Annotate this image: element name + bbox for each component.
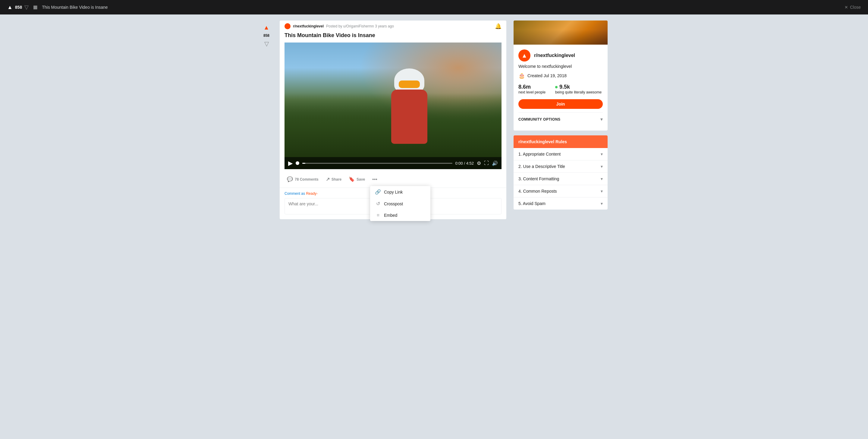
notification-bell-icon[interactable]: 🔔 — [495, 23, 501, 30]
members-label: next level people — [518, 90, 546, 94]
close-label: Close — [850, 5, 861, 10]
subreddit-dot — [284, 23, 290, 29]
share-button[interactable]: ↗ Share — [323, 175, 344, 184]
community-info: ▲ r/nextfuckinglevel Welcome to nextfuck… — [514, 45, 608, 130]
sidebar: ▲ r/nextfuckinglevel Welcome to nextfuck… — [514, 21, 608, 219]
subreddit-name[interactable]: r/nextfuckinglevel — [293, 24, 324, 28]
rules-title: r/nextfuckinglevel Rules — [518, 139, 567, 144]
community-description: Welcome to nextfuckinglevel — [518, 64, 603, 69]
topbar-vote-count: 858 — [15, 5, 22, 10]
banner-crowd — [514, 30, 608, 45]
post-title: This Mountain Bike Video is Insane — [280, 32, 506, 42]
video-controls: ▶ 0:00 / 4:52 ⚙ ⛶ 🔊 — [284, 157, 501, 169]
rule-1-text: 1. Appropriate Content — [518, 152, 561, 156]
upvote-button[interactable]: ▲ — [262, 23, 271, 32]
rule-item-5[interactable]: 5. Avoid Spam ▾ — [514, 198, 608, 209]
share-label: Share — [332, 177, 341, 181]
rules-card: r/nextfuckinglevel Rules 1. Appropriate … — [514, 136, 608, 209]
rule-4-text: 4. Common Reposts — [518, 189, 557, 194]
online-count-row: 9.5k — [555, 84, 601, 90]
topbar-upvote-icon[interactable]: ▲ — [7, 4, 13, 10]
topbar-post-title: This Mountain Bike Video is Insane — [42, 5, 107, 10]
community-card: ▲ r/nextfuckinglevel Welcome to nextfuck… — [514, 21, 608, 130]
helmet-visor — [399, 81, 420, 88]
topbar-close-button[interactable]: ✕ Close — [844, 5, 861, 10]
share-icon: ↗ — [326, 176, 330, 182]
community-arrow-icon: ▲ — [518, 50, 530, 61]
crosspost-label: Crosspost — [384, 201, 403, 206]
community-stats: 8.6m next level people 9.5k being quite … — [518, 84, 603, 94]
community-created: 🎂 Created Jul 19, 2018 — [518, 72, 603, 79]
post-header-left: r/nextfuckinglevel Posted by u/OrigamiFi… — [284, 23, 394, 29]
fullscreen-button[interactable]: ⛶ — [484, 160, 489, 166]
crosspost-icon: ↺ — [375, 201, 381, 207]
options-label: COMMUNITY OPTIONS — [518, 117, 561, 121]
time-ago: 3 years ago — [375, 24, 394, 28]
post-actions: 💬 78 Comments ↗ Share 🔖 Save ••• 🔗 Copy … — [280, 173, 506, 187]
save-icon: 🔖 — [349, 176, 355, 182]
play-button[interactable]: ▶ — [288, 159, 293, 167]
progress-fill — [302, 163, 305, 164]
rule-item-4[interactable]: 4. Common Reposts ▾ — [514, 185, 608, 198]
online-stat: 9.5k being quite literally awesome — [555, 84, 601, 94]
post-meta: Posted by u/OrigamiFishermn 3 years ago — [326, 24, 394, 28]
posted-by-label: Posted by u/OrigamiFishermn — [326, 24, 374, 28]
embed-icon: ⌗ — [375, 212, 381, 218]
online-dot — [555, 86, 558, 88]
time-separator: / — [464, 161, 466, 166]
rule-item-1[interactable]: 1. Appropriate Content ▾ — [514, 148, 608, 160]
community-header: ▲ r/nextfuckinglevel — [518, 50, 603, 61]
comments-icon: 💬 — [287, 176, 293, 182]
save-button[interactable]: 🔖 Save — [346, 175, 367, 184]
embed-item[interactable]: ⌗ Embed — [370, 209, 430, 221]
dropdown-menu: 🔗 Copy Link ↺ Crosspost ⌗ Embed — [370, 186, 430, 221]
post-header: r/nextfuckinglevel Posted by u/OrigamiFi… — [280, 21, 506, 32]
topbar-vote-controls: ▲ 858 ▽ — [7, 4, 29, 10]
video-player[interactable]: ▶ 0:00 / 4:52 ⚙ ⛶ 🔊 — [284, 42, 501, 169]
comments-button[interactable]: 💬 78 Comments — [284, 175, 321, 184]
comments-label: 78 Comments — [295, 177, 318, 181]
vote-count-main: 858 — [264, 33, 270, 38]
volume-button[interactable]: 🔊 — [492, 160, 498, 166]
video-scene — [284, 42, 501, 169]
online-label: being quite literally awesome — [555, 90, 601, 94]
progress-bar[interactable] — [302, 163, 453, 164]
topbar-downvote-icon[interactable]: ▽ — [24, 4, 29, 10]
save-label: Save — [356, 177, 365, 181]
settings-button[interactable]: ⚙ — [477, 160, 481, 166]
cake-icon: 🎂 — [518, 72, 525, 79]
rule-5-chevron-icon: ▾ — [601, 201, 603, 206]
time-display: 0:00 / 4:52 — [456, 161, 474, 166]
join-button[interactable]: Join — [518, 99, 603, 109]
biker-figure — [382, 65, 436, 144]
video-thumbnail — [284, 42, 501, 169]
comment-username[interactable]: Ready- — [306, 192, 318, 196]
community-name[interactable]: r/nextfuckinglevel — [534, 53, 575, 58]
topbar-video-icon: ⏹ — [32, 4, 38, 11]
page-container: ▲ 858 ▽ r/nextfuckinglevel Posted by u/O… — [253, 14, 615, 225]
community-options[interactable]: COMMUNITY OPTIONS ▾ — [518, 113, 603, 126]
online-count: 9.5k — [559, 84, 570, 90]
post-content: r/nextfuckinglevel Posted by u/OrigamiFi… — [280, 21, 506, 219]
created-date: Created Jul 19, 2018 — [527, 73, 567, 78]
rule-1-chevron-icon: ▾ — [601, 152, 603, 156]
rule-4-chevron-icon: ▾ — [601, 189, 603, 194]
comment-as-prefix: Comment as — [284, 192, 305, 196]
close-icon: ✕ — [844, 5, 848, 10]
copy-link-item[interactable]: 🔗 Copy Link — [370, 186, 430, 198]
rule-item-3[interactable]: 3. Content Formatting ▾ — [514, 173, 608, 185]
current-time: 0:00 — [456, 161, 463, 166]
rule-item-2[interactable]: 2. Use a Descriptive Title ▾ — [514, 160, 608, 173]
members-count: 8.6m — [518, 84, 546, 90]
crosspost-item[interactable]: ↺ Crosspost — [370, 198, 430, 209]
vote-column: ▲ 858 ▽ — [260, 21, 273, 219]
downvote-button[interactable]: ▽ — [263, 39, 270, 49]
rule-2-chevron-icon: ▾ — [601, 164, 603, 169]
more-options-button[interactable]: ••• — [370, 175, 380, 184]
rule-2-text: 2. Use a Descriptive Title — [518, 164, 565, 169]
copy-link-icon: 🔗 — [375, 189, 381, 195]
copy-link-label: Copy Link — [384, 189, 403, 195]
topbar: ▲ 858 ▽ ⏹ This Mountain Bike Video is In… — [0, 0, 868, 14]
rule-3-chevron-icon: ▾ — [601, 176, 603, 181]
community-banner — [514, 21, 608, 45]
